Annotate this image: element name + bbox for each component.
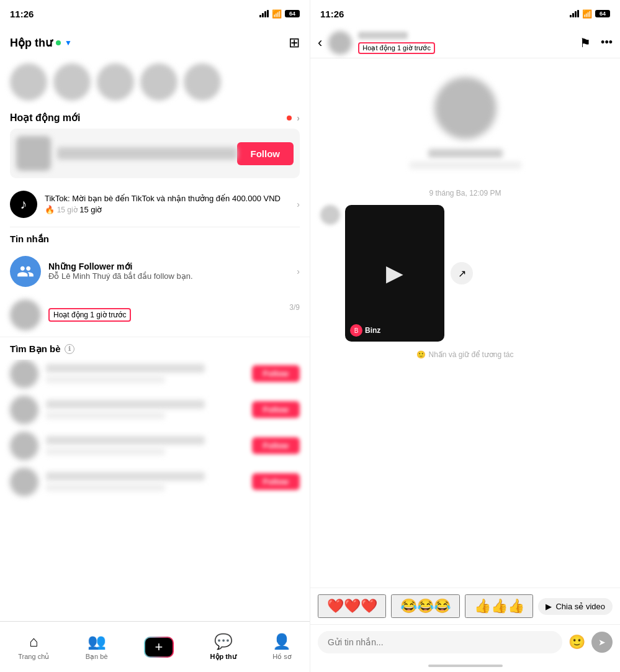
- activity-text: [57, 147, 237, 160]
- flag-icon[interactable]: ⚑: [580, 35, 591, 50]
- friend-follow-button[interactable]: Follow: [252, 473, 300, 490]
- followers-svg: [17, 263, 34, 280]
- story-avatar[interactable]: [10, 63, 47, 101]
- status-badge: Hoạt động 1 giờ trước: [48, 308, 131, 322]
- promo-chevron-icon: ›: [297, 199, 300, 209]
- right-status-bar: 11:26 📶 64: [310, 0, 620, 27]
- friend-sub: [46, 376, 165, 383]
- activity-avatar: [16, 136, 51, 171]
- follower-item[interactable]: Những Follower mới Đỗ Lê Minh Thuý đã bắ…: [0, 250, 310, 293]
- friend-suggestions: Follow Follow Follow Follow: [0, 360, 310, 622]
- create-button[interactable]: +: [144, 637, 174, 658]
- story-avatar[interactable]: [140, 63, 177, 101]
- more-icon[interactable]: •••: [601, 36, 613, 49]
- tiktok-logo: ♪: [10, 191, 37, 218]
- back-button[interactable]: ‹: [318, 35, 322, 51]
- online-dot: [56, 40, 61, 45]
- friend-row: Follow: [10, 468, 300, 496]
- nav-inbox-label: Hộp thư: [210, 653, 236, 661]
- nav-create[interactable]: +: [144, 637, 174, 658]
- left-status-bar: 11:26 📶 64: [0, 0, 310, 27]
- friend-name: [46, 472, 205, 481]
- chat-messages: 9 tháng Ba, 12:09 PM ▶ B Binz ↗ 🙂 Nhấn v…: [310, 58, 620, 588]
- right-time: 11:26: [320, 9, 344, 19]
- chat-message: ▶ B Binz ↗: [320, 205, 610, 342]
- sender-avatar: [320, 205, 340, 225]
- share-icon-button[interactable]: ↗: [451, 262, 473, 284]
- message-input[interactable]: [318, 631, 562, 653]
- nav-profile[interactable]: 👤 Hồ sơ: [272, 633, 292, 661]
- right-wifi-icon: 📶: [582, 9, 592, 19]
- chat-content: Hoạt động 1 giờ trước: [48, 308, 282, 322]
- left-time: 11:26: [10, 9, 34, 19]
- friend-follow-button[interactable]: Follow: [252, 365, 300, 382]
- laugh-reaction[interactable]: 😂😂😂: [391, 594, 459, 618]
- friend-follow-button[interactable]: Follow: [252, 401, 300, 418]
- thumbsup-reaction[interactable]: 👍👍👍: [465, 594, 533, 618]
- friend-name: [46, 364, 205, 373]
- compose-icon[interactable]: ⊞: [289, 35, 300, 51]
- inbox-title: Hộp thư ▼: [10, 36, 72, 50]
- follow-button[interactable]: Follow: [237, 142, 294, 165]
- chat-count: 3/9: [289, 299, 300, 312]
- activity-item[interactable]: Follow: [10, 129, 300, 178]
- creator-name: Binz: [365, 326, 380, 335]
- chevron-right-icon: ›: [297, 113, 300, 123]
- friends-icon: 👥: [88, 633, 106, 650]
- press-label: 🙂 Nhấn và giữ để tương tác: [320, 348, 610, 364]
- video-creator: B Binz: [350, 324, 380, 337]
- video-icon: ▶: [546, 602, 552, 611]
- follower-subtitle: Đỗ Lê Minh Thuý đã bắt đầu follow bạn.: [48, 271, 289, 281]
- follower-icon: [10, 256, 41, 287]
- emoji-button[interactable]: 🙂: [568, 634, 585, 650]
- friend-avatar: [10, 432, 38, 460]
- nav-home-label: Trang chủ: [18, 653, 49, 661]
- heart-reaction[interactable]: ❤️❤️❤️: [318, 594, 386, 618]
- video-thumbnail[interactable]: ▶ B Binz: [345, 205, 444, 342]
- play-icon[interactable]: ▶: [386, 260, 403, 286]
- emoji-icon: 🙂: [416, 350, 426, 359]
- friend-info: [46, 472, 245, 491]
- follower-title: Những Follower mới: [48, 261, 289, 271]
- story-avatar[interactable]: [53, 63, 91, 101]
- nav-profile-label: Hồ sơ: [272, 653, 292, 661]
- activity-section-header: Hoạt động mới ›: [0, 106, 310, 129]
- promo-time: 15 giờ: [79, 205, 102, 214]
- date-label: 9 tháng Ba, 12:09 PM: [320, 189, 610, 198]
- activity-red-dot: [287, 116, 292, 120]
- nav-friends[interactable]: 👥 Bạn bè: [86, 633, 108, 661]
- nav-home[interactable]: ⌂ Trang chủ: [18, 633, 49, 661]
- chat-header-user-info: Hoạt động 1 giờ trước: [358, 32, 573, 54]
- friend-info: [46, 436, 245, 455]
- follower-text: Những Follower mới Đỗ Lê Minh Thuý đã bắ…: [48, 261, 289, 281]
- message-input-area: 🙂 ➤: [310, 624, 620, 660]
- activity-content: [16, 136, 237, 171]
- share-video-button[interactable]: ▶ Chia sẻ video: [538, 598, 613, 615]
- info-icon[interactable]: ℹ: [65, 344, 74, 354]
- friend-row: Follow: [10, 360, 300, 388]
- story-avatar[interactable]: [184, 63, 221, 101]
- chat-header: ‹ Hoạt động 1 giờ trước ⚑ •••: [310, 27, 620, 58]
- activity-section-right[interactable]: ›: [287, 113, 300, 123]
- messages-section-header: Tin nhắn: [0, 227, 310, 250]
- friend-name: [46, 400, 205, 409]
- story-avatar[interactable]: [97, 63, 134, 101]
- chat-header-avatar: [328, 31, 352, 55]
- promo-item[interactable]: ♪ TikTok: Mời bạn bè đến TikTok và nhận …: [10, 184, 300, 224]
- chat-username: [358, 32, 408, 39]
- nav-inbox[interactable]: 💬 Hộp thư: [210, 633, 236, 661]
- promo-text: TikTok: Mời bạn bè đến TikTok và nhận th…: [45, 193, 289, 216]
- friend-row: Follow: [10, 396, 300, 424]
- friend-row: Follow: [10, 432, 300, 460]
- chat-item[interactable]: Hoạt động 1 giờ trước 3/9: [0, 293, 310, 337]
- right-battery-icon: 64: [595, 10, 610, 17]
- plus-icon: +: [155, 640, 163, 654]
- signal-icon: [259, 10, 269, 17]
- wifi-icon: 📶: [272, 9, 282, 19]
- dropdown-icon[interactable]: ▼: [65, 39, 72, 47]
- shared-video: ▶ B Binz ↗: [345, 205, 473, 342]
- header-actions: ⚑ •••: [580, 35, 613, 50]
- left-panel: 11:26 📶 64 Hộp thư ▼ ⊞: [0, 0, 310, 672]
- send-button[interactable]: ➤: [591, 632, 613, 653]
- friend-follow-button[interactable]: Follow: [252, 437, 300, 454]
